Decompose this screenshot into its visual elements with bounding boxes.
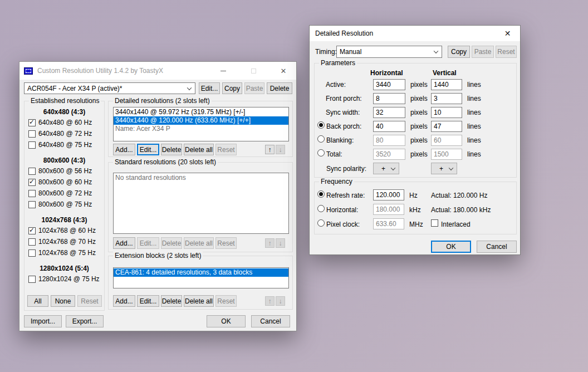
total-radio[interactable] — [317, 149, 325, 156]
blanking-radio[interactable] — [317, 135, 325, 143]
established-item[interactable]: 1024x768 @ 75 Hz — [28, 249, 104, 257]
total-label[interactable]: Total: — [326, 150, 342, 158]
interlaced-label[interactable]: Interlaced — [441, 221, 471, 228]
sync-polarity-vertical-value: + — [439, 165, 443, 173]
pixel-clock-label[interactable]: Pixel clock: — [326, 221, 360, 228]
timing-value: Manual — [340, 48, 361, 56]
checkbox-checked-icon[interactable] — [28, 179, 36, 186]
established-item-label: 800x600 @ 56 Hz — [38, 167, 92, 175]
refresh-rate-label[interactable]: Refresh rate: — [326, 192, 365, 199]
interlaced-checkbox[interactable] — [431, 219, 438, 227]
display-selector-value: ACR054F - Acer X34 P (active)* — [27, 85, 122, 92]
close-button[interactable]: ✕ — [271, 62, 296, 80]
checkbox-checked-icon[interactable] — [28, 227, 36, 234]
established-all-button[interactable]: All — [27, 295, 48, 307]
detailed-delete-button[interactable]: Delete — [161, 144, 182, 155]
arrow-down-icon: ↓ — [279, 146, 282, 154]
established-item[interactable]: 1024x768 @ 60 Hz — [28, 227, 104, 234]
pixel-clock-radio[interactable] — [317, 219, 325, 227]
extension-blocks-list[interactable]: CEA-861: 4 detailed resolutions, 3 data … — [113, 267, 289, 288]
maximize-button[interactable] — [241, 62, 266, 80]
detailed-move-up-button[interactable]: ↑ — [265, 145, 275, 154]
refresh-rate-radio-selected[interactable] — [317, 190, 325, 198]
cru-titlebar[interactable]: Custom Resolution Utility 1.4.2 by Toast… — [19, 62, 296, 80]
front-porch-horizontal-unit: pixels — [410, 95, 428, 102]
established-item[interactable]: 800x600 @ 75 Hz — [28, 200, 104, 208]
refresh-rate-input[interactable] — [373, 189, 404, 200]
standard-add-button[interactable]: Add... — [113, 237, 135, 249]
detailed-resolution-item-selected[interactable]: 3440x1440 @ 120.000 Hz (633.60 MHz) [+/+… — [114, 116, 288, 125]
checkbox-unchecked-icon[interactable] — [28, 168, 36, 175]
extension-delete-all-button[interactable]: Delete all — [184, 295, 214, 307]
established-item[interactable]: 800x600 @ 60 Hz — [28, 178, 104, 186]
total-horizontal-input — [373, 149, 405, 160]
established-item[interactable]: 800x600 @ 56 Hz — [28, 167, 104, 175]
checkbox-unchecked-icon[interactable] — [28, 190, 36, 197]
cru-cancel-button[interactable]: Cancel — [251, 315, 290, 327]
checkbox-unchecked-icon[interactable] — [28, 238, 36, 246]
arrow-up-icon: ↑ — [268, 146, 272, 154]
established-item[interactable]: 640x480 @ 72 Hz — [28, 130, 104, 138]
detailed-add-button[interactable]: Add... — [113, 144, 135, 155]
export-button[interactable]: Export... — [66, 315, 104, 327]
checkbox-unchecked-icon[interactable] — [28, 201, 36, 208]
checkbox-checked-icon[interactable] — [28, 119, 36, 126]
display-selector-dropdown[interactable]: ACR054F - Acer X34 P (active)* — [24, 82, 195, 94]
active-horizontal-input[interactable] — [373, 79, 405, 90]
established-item[interactable]: 1024x768 @ 70 Hz — [28, 238, 104, 246]
back-porch-horizontal-input[interactable] — [373, 121, 405, 132]
back-porch-vertical-input[interactable] — [431, 121, 462, 132]
timing-dropdown[interactable]: Manual — [336, 46, 442, 58]
standard-resolutions-list[interactable]: No standard resolutions — [113, 173, 289, 234]
established-item[interactable]: 800x600 @ 72 Hz — [28, 189, 104, 197]
horizontal-frequency-label[interactable]: Horizontal: — [326, 206, 358, 214]
minimize-button[interactable] — [210, 62, 236, 80]
extension-move-down-button: ↓ — [276, 296, 285, 306]
front-porch-vertical-input[interactable] — [431, 93, 462, 104]
checkbox-unchecked-icon[interactable] — [28, 130, 36, 138]
dialog-cancel-button[interactable]: Cancel — [477, 241, 517, 253]
checkbox-unchecked-icon[interactable] — [28, 249, 36, 257]
established-item[interactable]: 640x480 @ 75 Hz — [28, 141, 104, 149]
horizontal-frequency-radio[interactable] — [317, 205, 325, 212]
sync-width-horizontal-input[interactable] — [373, 107, 405, 118]
extension-block-item-selected[interactable]: CEA-861: 4 detailed resolutions, 3 data … — [114, 268, 288, 277]
extension-edit-button[interactable]: Edit... — [137, 295, 159, 307]
sync-width-vertical-input[interactable] — [431, 107, 462, 118]
detailed-resolution-name-item[interactable]: Name: Acer X34 P — [114, 125, 288, 133]
detailed-delete-all-button[interactable]: Delete all — [184, 144, 214, 155]
extension-delete-button[interactable]: Delete — [161, 295, 182, 307]
front-porch-horizontal-input[interactable] — [373, 93, 405, 104]
checkbox-unchecked-icon[interactable] — [28, 276, 36, 283]
frequency-group: Frequency Refresh rate: Hz Actual: 120.0… — [314, 182, 517, 234]
blanking-horizontal-unit: pixels — [410, 136, 428, 144]
dialog-close-button[interactable]: ✕ — [495, 26, 520, 41]
established-group-header: 640x480 (4:3) — [24, 108, 104, 116]
back-porch-label[interactable]: Back porch: — [326, 123, 361, 130]
display-edit-button[interactable]: Edit... — [199, 82, 220, 94]
sync-polarity-horizontal-dropdown[interactable]: + — [373, 163, 399, 174]
back-porch-radio-selected[interactable] — [317, 121, 325, 129]
blanking-label[interactable]: Blanking: — [326, 136, 354, 144]
import-button[interactable]: Import... — [24, 315, 62, 327]
cru-ok-button[interactable]: OK — [207, 315, 246, 327]
vertical-column-header: Vertical — [433, 69, 457, 77]
dialog-titlebar[interactable]: Detailed Resolution ✕ — [310, 26, 520, 41]
sync-width-label: Sync width: — [326, 109, 360, 116]
checkbox-unchecked-icon[interactable] — [28, 141, 36, 149]
established-none-button[interactable]: None — [51, 295, 75, 307]
sync-polarity-vertical-dropdown[interactable]: + — [431, 163, 457, 174]
active-vertical-input[interactable] — [431, 79, 462, 90]
horizontal-frequency-input — [373, 204, 404, 215]
detailed-resolutions-list[interactable]: 3440x1440 @ 59.972 Hz (319.75 MHz) [+/-]… — [113, 107, 289, 141]
dialog-copy-button[interactable]: Copy — [448, 46, 470, 58]
detailed-edit-button[interactable]: Edit... — [137, 144, 159, 155]
established-item[interactable]: 640x480 @ 60 Hz — [28, 119, 104, 126]
detailed-resolution-item[interactable]: 3440x1440 @ 59.972 Hz (319.75 MHz) [+/-] — [114, 108, 288, 116]
established-item[interactable]: 1280x1024 @ 75 Hz — [28, 275, 104, 283]
extension-add-button[interactable]: Add... — [113, 295, 135, 307]
dialog-ok-button[interactable]: OK — [431, 241, 471, 253]
front-porch-label: Front porch: — [326, 95, 362, 102]
display-copy-button[interactable]: Copy — [222, 82, 242, 94]
display-delete-button[interactable]: Delete — [267, 82, 292, 94]
